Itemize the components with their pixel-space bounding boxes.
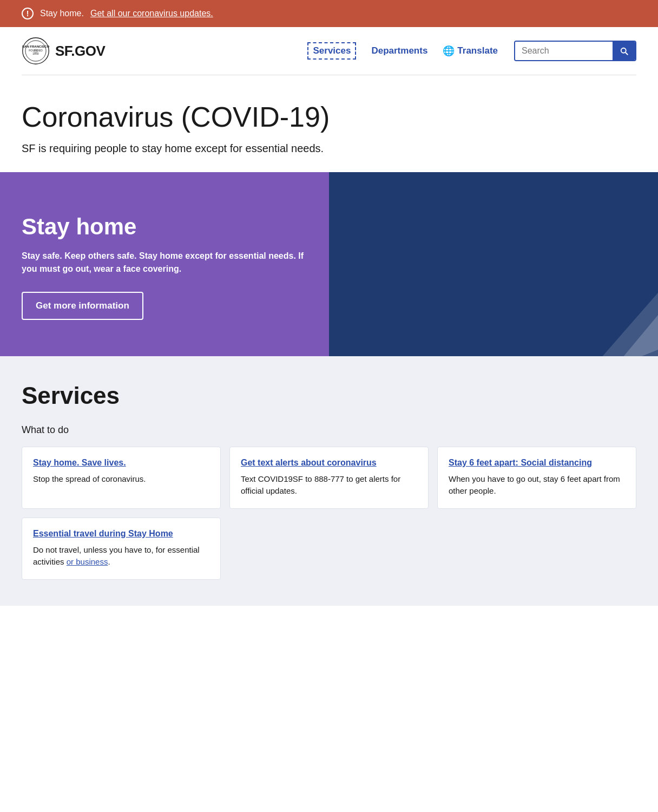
page-subtitle: SF is requiring people to stay home exce…: [22, 142, 636, 155]
alert-text: Stay home.: [40, 9, 84, 18]
header: SAN FRANCISCO FOUNDED 1850 SF.GOV Servic…: [0, 27, 658, 75]
hero-banner: Stay home Stay safe. Keep others safe. S…: [0, 172, 658, 356]
page-title: Coronavirus (COVID-19): [22, 101, 636, 134]
main-nav: Services Departments 🌐 Translate: [307, 42, 498, 60]
svg-text:SAN FRANCISCO: SAN FRANCISCO: [22, 45, 50, 48]
service-card-2-text: Text COVID19SF to 888-777 to get alerts …: [241, 473, 417, 497]
service-card-2-link[interactable]: Get text alerts about coronavirus: [241, 458, 417, 468]
alert-link[interactable]: Get all our coronavirus updates.: [90, 9, 213, 18]
service-card-1: Stay home. Save lives. Stop the spread o…: [22, 447, 221, 509]
search-input[interactable]: [515, 42, 613, 60]
logo-area[interactable]: SAN FRANCISCO FOUNDED 1850 SF.GOV: [22, 37, 105, 65]
service-card-4-text-before: Do not travel, unless you have to, for e…: [33, 545, 200, 567]
service-card-1-link[interactable]: Stay home. Save lives.: [33, 458, 209, 468]
search-icon: [619, 46, 629, 56]
services-cards-grid: Stay home. Save lives. Stop the spread o…: [22, 447, 636, 509]
get-more-info-button[interactable]: Get more information: [22, 292, 143, 320]
hero-decorative-shape: [561, 259, 658, 356]
services-title: Services: [22, 382, 636, 409]
globe-icon: 🌐: [443, 45, 455, 57]
service-card-4: Essential travel during Stay Home Do not…: [22, 518, 221, 580]
hero-description: Stay safe. Keep others safe. Stay home e…: [22, 250, 307, 276]
service-card-3: Stay 6 feet apart: Social distancing Whe…: [437, 447, 636, 509]
logo-text: SF.GOV: [55, 43, 105, 60]
alert-banner: ! Stay home. Get all our coronavirus upd…: [0, 0, 658, 27]
nav-translate[interactable]: 🌐 Translate: [443, 45, 498, 57]
services-subtitle: What to do: [22, 424, 636, 436]
nav-services[interactable]: Services: [307, 42, 356, 60]
hero-left-panel: Stay home Stay safe. Keep others safe. S…: [0, 172, 329, 356]
services-cards-bottom: Essential travel during Stay Home Do not…: [22, 518, 636, 580]
service-card-4-text: Do not travel, unless you have to, for e…: [33, 544, 209, 568]
service-card-4-text-link[interactable]: or business: [67, 557, 108, 566]
hero-right-panel: [329, 172, 658, 356]
svg-point-5: [34, 49, 38, 54]
sf-seal-icon: SAN FRANCISCO FOUNDED 1850: [22, 37, 50, 65]
hero-text-section: Coronavirus (COVID-19) SF is requiring p…: [0, 75, 658, 172]
service-card-3-link[interactable]: Stay 6 feet apart: Social distancing: [449, 458, 625, 468]
service-card-3-text: When you have to go out, stay 6 feet apa…: [449, 473, 625, 497]
search-area: [514, 41, 636, 61]
service-card-4-text-after: .: [108, 557, 110, 566]
service-card-2: Get text alerts about coronavirus Text C…: [229, 447, 429, 509]
services-section: Services What to do Stay home. Save live…: [0, 356, 658, 606]
service-card-4-link[interactable]: Essential travel during Stay Home: [33, 529, 209, 539]
service-card-1-text: Stop the spread of coronavirus.: [33, 473, 209, 486]
alert-icon: !: [22, 8, 34, 19]
nav-departments[interactable]: Departments: [371, 45, 427, 56]
hero-heading: Stay home: [22, 214, 307, 240]
search-button[interactable]: [613, 42, 635, 60]
translate-label: Translate: [457, 45, 498, 56]
